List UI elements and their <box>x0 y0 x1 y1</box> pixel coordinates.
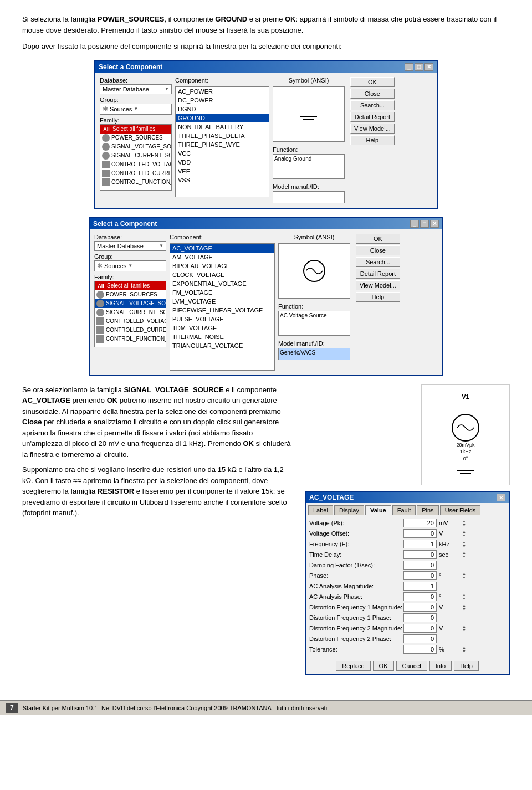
family-list-1[interactable]: All Select all families POWER_SOURCES SI… <box>100 124 172 191</box>
prop-input-df2m[interactable] <box>403 624 437 633</box>
ok-button-2[interactable]: OK <box>356 234 400 244</box>
family-item-cvs-2[interactable]: CONTROLLED_VOLTAGE_S <box>95 317 166 326</box>
maximize-btn-1[interactable]: □ <box>415 63 423 71</box>
prop-spinner-tolerance[interactable]: ▲▼ <box>462 645 466 653</box>
family-item-svs-2[interactable]: SIGNAL_VOLTAGE_SOURC <box>95 299 166 308</box>
component-item-thermal-2[interactable]: THERMAL_NOISE <box>170 332 274 341</box>
component-item-lvm-2[interactable]: LVM_VOLTAGE <box>170 297 274 306</box>
close-btn-1[interactable]: ✕ <box>424 63 433 71</box>
component-label-2: Component: <box>170 234 275 240</box>
search-button-1[interactable]: Search... <box>350 100 395 110</box>
maximize-btn-2[interactable]: □ <box>420 220 429 228</box>
prop-input-df2p[interactable] <box>403 634 437 643</box>
family-item-power-2[interactable]: POWER_SOURCES <box>95 290 166 299</box>
tab-fault[interactable]: Fault <box>392 505 416 515</box>
help-button-ac[interactable]: Help <box>454 661 479 671</box>
group-combo-1[interactable]: ✱ Sources ▼ <box>100 104 172 115</box>
tab-label[interactable]: Label <box>308 505 333 515</box>
prop-input-df1m[interactable] <box>403 603 437 612</box>
minimize-btn-2[interactable]: _ <box>410 220 419 228</box>
component-item-acvoltage-2[interactable]: AC_VOLTAGE <box>170 244 274 253</box>
prop-input-acphase[interactable] <box>403 592 437 601</box>
component-list-1[interactable]: AC_POWER DC_POWER DGND GROUND NON_IDEAL_… <box>175 86 269 197</box>
ok-button-ac[interactable]: OK <box>373 661 394 671</box>
family-item-cfb-2[interactable]: CONTROL_FUNCTION_BLC <box>95 335 166 343</box>
family-item-svs-1[interactable]: SIGNAL_VOLTAGE_SOURC <box>100 142 171 151</box>
prop-input-damping[interactable] <box>403 561 437 570</box>
component-item-bipolar-2[interactable]: BIPOLAR_VOLTAGE <box>170 261 274 270</box>
tab-pins[interactable]: Pins <box>417 505 438 515</box>
family-item-ccs-1[interactable]: CONTROLLED_CURRENT_S <box>100 169 171 178</box>
prop-input-voffset[interactable] <box>403 529 437 538</box>
component-item-ac-power-1[interactable]: AC_POWER <box>176 87 269 96</box>
component-item-tpd-1[interactable]: THREE_PHASE_DELTA <box>176 131 269 140</box>
component-item-exp-2[interactable]: EXPONENTIAL_VOLTAGE <box>170 279 274 288</box>
component-item-tri-2[interactable]: TRIANGULAR_VOLTAGE <box>170 341 274 350</box>
close-button-1[interactable]: Close <box>350 89 395 99</box>
close-btn-2[interactable]: ✕ <box>430 220 439 228</box>
family-item-all-1[interactable]: All Select all families <box>100 125 171 134</box>
component-item-vee-1[interactable]: VEE <box>176 167 269 176</box>
cancel-button-ac[interactable]: Cancel <box>396 661 427 671</box>
prop-input-timedelay[interactable] <box>403 550 437 559</box>
prop-input-tolerance[interactable] <box>403 645 437 654</box>
prop-input-df1p[interactable] <box>403 613 437 622</box>
prop-row-df2m: Distortion Frequency 2 Magnitude: V ▲▼ <box>309 624 505 633</box>
detail-report-button-1[interactable]: Detail Report <box>350 112 395 122</box>
detail-report-button-2[interactable]: Detail Report <box>356 269 400 279</box>
tab-display[interactable]: Display <box>334 505 364 515</box>
component-item-fm-2[interactable]: FM_VOLTAGE <box>170 288 274 297</box>
family-item-scs-1[interactable]: SIGNAL_CURRENT_SOURC <box>100 151 171 160</box>
component-item-tpw-1[interactable]: THREE_PHASE_WYE <box>176 140 269 149</box>
component-item-tdm-2[interactable]: TDM_VOLTAGE <box>170 324 274 332</box>
component-item-dgnd-1[interactable]: DGND <box>176 105 269 114</box>
family-item-scs-2[interactable]: SIGNAL_CURRENT_SOURC <box>95 308 166 317</box>
help-button-1[interactable]: Help <box>350 135 395 145</box>
prop-input-freq[interactable] <box>403 540 437 548</box>
tab-value[interactable]: Value <box>365 505 391 515</box>
prop-spinner-timedelay[interactable]: ▲▼ <box>462 551 466 558</box>
component-item-vss-1[interactable]: VSS <box>176 176 269 184</box>
replace-button-ac[interactable]: Replace <box>336 661 370 671</box>
family-item-ccs-2[interactable]: CONTROLLED_CURRENT_S <box>95 326 166 335</box>
prop-input-vpk[interactable] <box>403 519 437 527</box>
database-combo-2[interactable]: Master Database ▼ <box>94 241 166 251</box>
help-button-2[interactable]: Help <box>356 292 400 302</box>
minimize-btn-1[interactable]: _ <box>405 63 413 71</box>
prop-row-acphase: AC Analysis Phase: ° ▲▼ <box>309 592 505 601</box>
view-model-button-2[interactable]: View Model... <box>356 280 400 290</box>
prop-spinner-df1m[interactable]: ▲▼ <box>462 603 466 611</box>
component-item-plv-2[interactable]: PIECEWISE_LINEAR_VOLTAGE <box>170 306 274 315</box>
tab-userfields[interactable]: User Fields <box>440 505 481 515</box>
component-item-vcc-1[interactable]: VCC <box>176 149 269 158</box>
component-item-clock-2[interactable]: CLOCK_VOLTAGE <box>170 270 274 279</box>
prop-spinner-phase[interactable]: ▲▼ <box>462 572 466 579</box>
prop-input-phase[interactable] <box>403 571 437 580</box>
component-item-pulse-2[interactable]: PULSE_VOLTAGE <box>170 315 274 324</box>
close-button-2[interactable]: Close <box>356 245 400 255</box>
view-model-button-1[interactable]: View Model... <box>350 124 395 134</box>
component-item-vdd-1[interactable]: VDD <box>176 158 269 167</box>
prop-spinner-freq[interactable]: ▲▼ <box>462 540 466 548</box>
family-item-cfb-1[interactable]: CONTROL_FUNCTION_BLC <box>100 178 171 187</box>
family-item-all-2[interactable]: All Select all families <box>95 281 166 290</box>
family-item-cvs-1[interactable]: CONTROLLED_VOLTAGE_S <box>100 160 171 169</box>
search-button-2[interactable]: Search... <box>356 257 400 267</box>
prop-spinner-vpk[interactable]: ▲▼ <box>462 519 466 527</box>
close-btn-ac[interactable]: ✕ <box>497 494 505 501</box>
prop-spinner-df2m[interactable]: ▲▼ <box>462 624 466 632</box>
component-item-ground-1[interactable]: GROUND <box>176 114 269 122</box>
database-combo-1[interactable]: Master Database ▼ <box>100 84 172 94</box>
ok-button-1[interactable]: OK <box>350 77 395 87</box>
component-item-nib-1[interactable]: NON_IDEAL_BATTERY <box>176 122 269 131</box>
family-list-2[interactable]: All Select all families POWER_SOURCES SI… <box>94 281 166 347</box>
prop-spinner-voffset[interactable]: ▲▼ <box>462 530 466 537</box>
prop-input-acmag[interactable] <box>403 582 437 591</box>
group-combo-2[interactable]: ✱ Sources ▼ <box>94 260 166 271</box>
component-list-2[interactable]: AC_VOLTAGE AM_VOLTAGE BIPOLAR_VOLTAGE CL… <box>170 243 275 371</box>
component-item-dc-power-1[interactable]: DC_POWER <box>176 96 269 105</box>
prop-spinner-acphase[interactable]: ▲▼ <box>462 593 466 601</box>
component-item-amvoltage-2[interactable]: AM_VOLTAGE <box>170 253 274 261</box>
info-button-ac[interactable]: Info <box>429 661 452 671</box>
family-item-power-1[interactable]: POWER_SOURCES <box>100 134 171 142</box>
